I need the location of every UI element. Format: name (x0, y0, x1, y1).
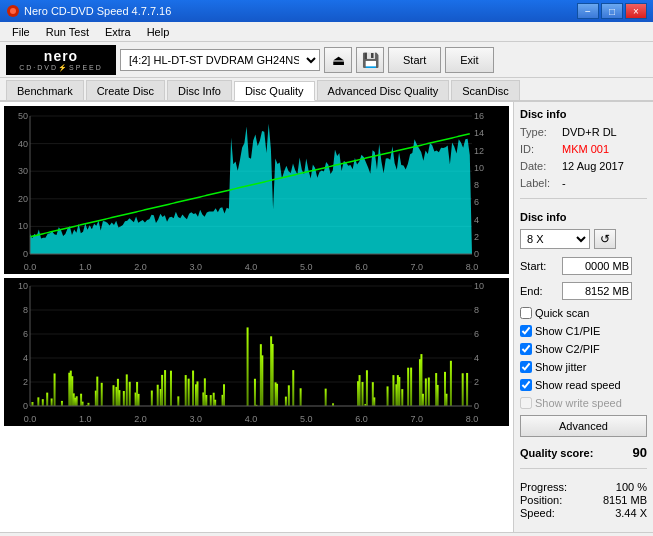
speed-row: 8 X ↺ (520, 229, 647, 249)
label-value: - (562, 177, 566, 189)
disc-info-title: Disc info (520, 108, 647, 120)
start-input[interactable] (562, 257, 632, 275)
end-label: End: (520, 285, 558, 297)
position-value: 8151 MB (603, 494, 647, 506)
menu-bar: File Run Test Extra Help (0, 22, 653, 42)
advanced-button[interactable]: Advanced (520, 415, 647, 437)
app-icon (6, 4, 20, 18)
tab-benchmark[interactable]: Benchmark (6, 80, 84, 100)
quality-score-row: Quality score: 90 (520, 445, 647, 460)
show-c1pie-row: Show C1/PIE (520, 325, 647, 337)
show-read-speed-checkbox[interactable] (520, 379, 532, 391)
progress-section: Progress: 100 % Position: 8151 MB Speed:… (520, 481, 647, 520)
speed-value: 3.44 X (615, 507, 647, 519)
speed-label: Speed: (520, 507, 555, 519)
position-row: Position: 8151 MB (520, 494, 647, 506)
svg-point-1 (10, 8, 16, 14)
id-value: MKM 001 (562, 143, 609, 155)
exit-button[interactable]: Exit (445, 47, 493, 73)
show-write-speed-row: Show write speed (520, 397, 647, 409)
end-input[interactable] (562, 282, 632, 300)
quality-score-value: 90 (633, 445, 647, 460)
progress-row: Progress: 100 % (520, 481, 647, 493)
read-speed-label: Show read speed (535, 379, 621, 391)
end-mb-row: End: (520, 282, 647, 300)
show-c2pif-checkbox[interactable] (520, 343, 532, 355)
maximize-button[interactable]: □ (601, 3, 623, 19)
show-read-speed-row: Show read speed (520, 379, 647, 391)
write-speed-label: Show write speed (535, 397, 622, 409)
id-label: ID: (520, 143, 562, 155)
legend-area: PI Errors Average: 3.83 Maximum: 41 Tota… (0, 532, 653, 536)
position-label: Position: (520, 494, 562, 506)
main-content: Disc info Type: DVD+R DL ID: MKM 001 Dat… (0, 102, 653, 532)
chart-area (0, 102, 513, 532)
date-value: 12 Aug 2017 (562, 160, 624, 172)
quick-scan-checkbox[interactable] (520, 307, 532, 319)
start-mb-row: Start: (520, 257, 647, 275)
show-c2pif-row: Show C2/PIF (520, 343, 647, 355)
window-controls: − □ × (577, 3, 647, 19)
quick-scan-row: Quick scan (520, 307, 647, 319)
show-write-speed-checkbox (520, 397, 532, 409)
drive-select[interactable]: [4:2] HL-DT-ST DVDRAM GH24NSD0 LH00 (120, 49, 320, 71)
menu-help[interactable]: Help (139, 24, 178, 40)
c2pif-label: Show C2/PIF (535, 343, 600, 355)
speed-row-prog: Speed: 3.44 X (520, 507, 647, 519)
show-c1pie-checkbox[interactable] (520, 325, 532, 337)
title-bar-title: Nero CD-DVD Speed 4.7.7.16 (24, 5, 171, 17)
tab-disc-info[interactable]: Disc Info (167, 80, 232, 100)
tab-scan-disc[interactable]: ScanDisc (451, 80, 519, 100)
nero-logo: nero CD·DVD⚡SPEED (6, 45, 116, 75)
bottom-chart (4, 278, 509, 426)
settings-title: Disc info (520, 211, 647, 223)
type-value: DVD+R DL (562, 126, 617, 138)
start-button[interactable]: Start (388, 47, 441, 73)
tab-create-disc[interactable]: Create Disc (86, 80, 165, 100)
toolbar: nero CD·DVD⚡SPEED [4:2] HL-DT-ST DVDRAM … (0, 42, 653, 78)
disc-type-row: Type: DVD+R DL (520, 126, 647, 138)
right-panel: Disc info Type: DVD+R DL ID: MKM 001 Dat… (513, 102, 653, 532)
date-label: Date: (520, 160, 562, 172)
c1pie-label: Show C1/PIE (535, 325, 600, 337)
show-jitter-checkbox[interactable] (520, 361, 532, 373)
minimize-button[interactable]: − (577, 3, 599, 19)
jitter-label: Show jitter (535, 361, 586, 373)
progress-label: Progress: (520, 481, 567, 493)
close-button[interactable]: × (625, 3, 647, 19)
menu-run-test[interactable]: Run Test (38, 24, 97, 40)
start-label: Start: (520, 260, 558, 272)
title-bar: Nero CD-DVD Speed 4.7.7.16 − □ × (0, 0, 653, 22)
tab-bar: Benchmark Create Disc Disc Info Disc Qua… (0, 78, 653, 102)
speed-select[interactable]: 8 X (520, 229, 590, 249)
save-button[interactable]: 💾 (356, 47, 384, 73)
type-label: Type: (520, 126, 562, 138)
disc-id-row: ID: MKM 001 (520, 143, 647, 155)
refresh-button[interactable]: ↺ (594, 229, 616, 249)
menu-file[interactable]: File (4, 24, 38, 40)
menu-extra[interactable]: Extra (97, 24, 139, 40)
disc-date-row: Date: 12 Aug 2017 (520, 160, 647, 172)
quality-score-label: Quality score: (520, 447, 593, 459)
progress-value: 100 % (616, 481, 647, 493)
tab-advanced-disc-quality[interactable]: Advanced Disc Quality (317, 80, 450, 100)
tab-disc-quality[interactable]: Disc Quality (234, 81, 315, 101)
quick-scan-label: Quick scan (535, 307, 589, 319)
eject-button[interactable]: ⏏ (324, 47, 352, 73)
show-jitter-row: Show jitter (520, 361, 647, 373)
label-label: Label: (520, 177, 562, 189)
top-chart (4, 106, 509, 274)
disc-label-row: Label: - (520, 177, 647, 189)
